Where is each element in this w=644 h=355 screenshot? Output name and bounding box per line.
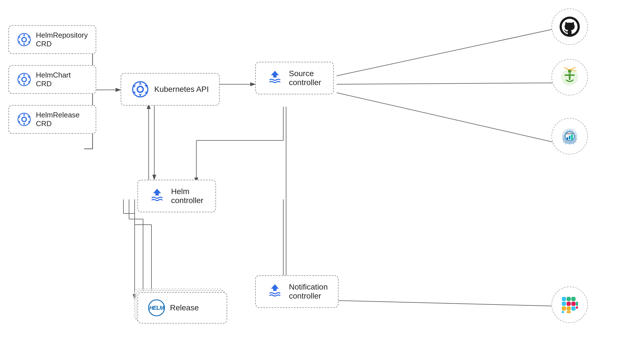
svg-rect-85 bbox=[567, 306, 571, 311]
source-controller-box: Source controller bbox=[255, 62, 334, 94]
k8s-icon bbox=[17, 32, 31, 47]
github-icon-circle bbox=[551, 8, 588, 45]
svg-line-22 bbox=[337, 93, 558, 143]
source-controller-label: Source controller bbox=[289, 69, 321, 87]
svg-rect-92 bbox=[576, 306, 578, 309]
svg-point-49 bbox=[22, 118, 26, 121]
helm-release-crd-box: HelmRelease CRD bbox=[8, 105, 96, 134]
svg-line-21 bbox=[337, 83, 558, 84]
svg-rect-84 bbox=[562, 306, 566, 311]
svg-rect-86 bbox=[567, 302, 571, 306]
svg-rect-90 bbox=[567, 311, 571, 313]
k8s-api-box: Kubernetes API bbox=[121, 73, 220, 106]
k8s-api-label: Kubernetes API bbox=[154, 85, 209, 94]
slack-icon bbox=[558, 293, 582, 317]
harbor-icon bbox=[558, 66, 581, 88]
svg-line-20 bbox=[337, 28, 558, 76]
svg-marker-60 bbox=[271, 71, 279, 78]
svg-rect-80 bbox=[562, 297, 566, 301]
notification-controller-icon bbox=[266, 283, 284, 301]
release-box-main: HELM Release bbox=[137, 292, 227, 324]
chartmuseum-icon bbox=[558, 125, 581, 147]
notification-controller-label: Notification controller bbox=[289, 283, 328, 301]
k8s-api-icon bbox=[131, 80, 149, 98]
helm-release-crd-label: HelmRelease CRD bbox=[36, 111, 80, 128]
slack-icon-circle bbox=[551, 286, 588, 323]
diagram-container: HelmRepository CRD HelmChart CRD bbox=[0, 0, 644, 355]
crd-group: HelmRepository CRD HelmChart CRD bbox=[8, 25, 96, 134]
k8s-icon-3 bbox=[17, 112, 31, 127]
helm-repository-crd-label: HelmRepository CRD bbox=[36, 31, 88, 48]
helm-controller-box: Helm controller bbox=[137, 180, 216, 212]
svg-rect-88 bbox=[571, 306, 576, 311]
helm-repository-crd-box: HelmRepository CRD bbox=[8, 25, 96, 54]
helm-controller-label: Helm controller bbox=[171, 187, 203, 205]
chartmuseum-icon-circle bbox=[551, 118, 588, 154]
harbor-icon-circle bbox=[551, 59, 588, 95]
svg-rect-83 bbox=[571, 297, 576, 301]
helm-chart-crd-box: HelmChart CRD bbox=[8, 65, 96, 94]
svg-point-40 bbox=[22, 78, 26, 81]
svg-rect-91 bbox=[562, 311, 564, 313]
svg-rect-81 bbox=[562, 302, 566, 306]
svg-point-72 bbox=[569, 73, 570, 74]
svg-rect-76 bbox=[569, 136, 571, 140]
github-icon bbox=[558, 15, 581, 38]
svg-point-58 bbox=[138, 87, 142, 92]
release-label: Release bbox=[170, 303, 199, 312]
svg-rect-87 bbox=[571, 302, 576, 306]
svg-rect-75 bbox=[567, 137, 568, 140]
release-stack: HELM HELM HELM Release bbox=[137, 292, 227, 324]
k8s-icon-2 bbox=[17, 72, 31, 87]
notification-controller-box: Notification controller bbox=[255, 275, 339, 308]
svg-rect-89 bbox=[576, 302, 578, 306]
svg-line-23 bbox=[337, 301, 558, 306]
svg-point-31 bbox=[22, 38, 26, 41]
svg-rect-77 bbox=[571, 134, 573, 140]
svg-marker-61 bbox=[153, 189, 161, 195]
helm-chart-crd-label: HelmChart CRD bbox=[36, 71, 71, 88]
svg-marker-62 bbox=[271, 284, 279, 291]
source-controller-icon bbox=[266, 69, 284, 87]
svg-rect-66 bbox=[565, 74, 575, 76]
helm-logo-main: HELM bbox=[148, 299, 165, 316]
svg-rect-82 bbox=[567, 297, 571, 301]
helm-controller-icon bbox=[148, 187, 166, 205]
